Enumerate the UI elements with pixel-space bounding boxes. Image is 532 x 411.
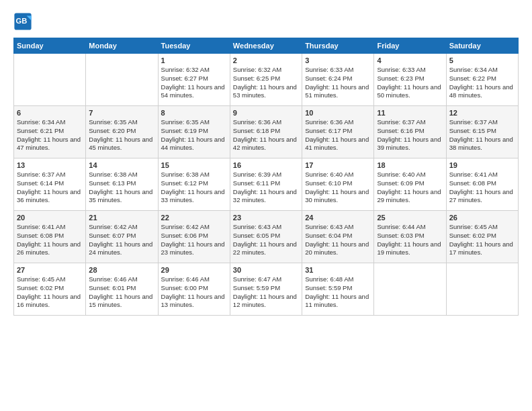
calendar-table: SundayMondayTuesdayWednesdayThursdayFrid… bbox=[13, 38, 519, 316]
calendar-cell: 17Sunrise: 6:40 AMSunset: 6:10 PMDayligh… bbox=[302, 158, 374, 211]
day-number: 18 bbox=[377, 161, 443, 169]
sunset-text: Sunset: 6:04 PM bbox=[305, 232, 352, 239]
calendar-cell: 28Sunrise: 6:46 AMSunset: 6:01 PMDayligh… bbox=[86, 263, 158, 316]
week-row-2: 6Sunrise: 6:34 AMSunset: 6:21 PMDaylight… bbox=[14, 106, 519, 158]
day-number: 4 bbox=[377, 56, 443, 64]
sunrise-text: Sunrise: 6:44 AM bbox=[377, 223, 425, 230]
calendar-cell: 19Sunrise: 6:41 AMSunset: 6:08 PMDayligh… bbox=[446, 158, 518, 211]
calendar-cell: 15Sunrise: 6:38 AMSunset: 6:12 PMDayligh… bbox=[158, 158, 230, 211]
day-number: 31 bbox=[305, 266, 371, 274]
weekday-header-thursday: Thursday bbox=[302, 38, 374, 54]
sunrise-text: Sunrise: 6:43 AM bbox=[233, 223, 281, 230]
sunset-text: Sunset: 5:59 PM bbox=[305, 284, 352, 291]
sunrise-text: Sunrise: 6:42 AM bbox=[161, 223, 210, 230]
calendar-cell bbox=[86, 54, 158, 106]
sunset-text: Sunset: 6:16 PM bbox=[377, 127, 424, 134]
day-info: Sunrise: 6:44 AMSunset: 6:03 PMDaylight:… bbox=[377, 223, 443, 257]
sunrise-text: Sunrise: 6:38 AM bbox=[89, 171, 137, 178]
day-info: Sunrise: 6:39 AMSunset: 6:11 PMDaylight:… bbox=[233, 171, 299, 205]
day-info: Sunrise: 6:41 AMSunset: 6:08 PMDaylight:… bbox=[17, 223, 83, 257]
daylight-text: Daylight: 11 hours and 13 minutes. bbox=[161, 293, 225, 309]
day-number: 24 bbox=[305, 214, 371, 222]
sunset-text: Sunset: 6:02 PM bbox=[449, 232, 496, 239]
header: GB bbox=[13, 12, 519, 31]
sunrise-text: Sunrise: 6:32 AM bbox=[233, 66, 281, 73]
day-info: Sunrise: 6:32 AMSunset: 6:27 PMDaylight:… bbox=[161, 66, 227, 100]
day-info: Sunrise: 6:48 AMSunset: 5:59 PMDaylight:… bbox=[305, 275, 371, 310]
daylight-text: Daylight: 11 hours and 23 minutes. bbox=[161, 240, 225, 257]
calendar-cell: 25Sunrise: 6:44 AMSunset: 6:03 PMDayligh… bbox=[374, 211, 446, 263]
sunrise-text: Sunrise: 6:33 AM bbox=[305, 66, 353, 73]
day-info: Sunrise: 6:37 AMSunset: 6:14 PMDaylight:… bbox=[17, 171, 83, 205]
sunset-text: Sunset: 6:19 PM bbox=[161, 127, 208, 134]
sunrise-text: Sunrise: 6:37 AM bbox=[449, 118, 498, 126]
sunrise-text: Sunrise: 6:46 AM bbox=[161, 275, 210, 283]
weekday-header-saturday: Saturday bbox=[446, 38, 518, 54]
sunset-text: Sunset: 6:07 PM bbox=[89, 232, 136, 239]
sunrise-text: Sunrise: 6:40 AM bbox=[377, 171, 425, 178]
calendar-cell: 16Sunrise: 6:39 AMSunset: 6:11 PMDayligh… bbox=[230, 158, 302, 211]
calendar-cell bbox=[14, 54, 86, 106]
daylight-text: Daylight: 11 hours and 51 minutes. bbox=[305, 83, 369, 99]
calendar-cell: 1Sunrise: 6:32 AMSunset: 6:27 PMDaylight… bbox=[158, 54, 230, 106]
calendar-cell: 18Sunrise: 6:40 AMSunset: 6:09 PMDayligh… bbox=[374, 158, 446, 211]
daylight-text: Daylight: 11 hours and 24 minutes. bbox=[89, 240, 152, 257]
calendar-cell: 6Sunrise: 6:34 AMSunset: 6:21 PMDaylight… bbox=[14, 106, 86, 158]
logo-icon: GB bbox=[13, 12, 32, 31]
calendar-cell: 7Sunrise: 6:35 AMSunset: 6:20 PMDaylight… bbox=[86, 106, 158, 158]
sunrise-text: Sunrise: 6:45 AM bbox=[17, 275, 65, 283]
sunset-text: Sunset: 6:08 PM bbox=[17, 232, 64, 239]
day-info: Sunrise: 6:36 AMSunset: 6:17 PMDaylight:… bbox=[305, 118, 371, 152]
sunrise-text: Sunrise: 6:34 AM bbox=[449, 66, 498, 73]
calendar-page: GB SundayMondayTuesdayWednesdayThursdayF… bbox=[0, 0, 532, 411]
daylight-text: Daylight: 11 hours and 38 minutes. bbox=[449, 136, 513, 152]
sunset-text: Sunset: 6:21 PM bbox=[17, 127, 64, 134]
sunrise-text: Sunrise: 6:43 AM bbox=[305, 223, 353, 230]
day-number: 2 bbox=[233, 56, 299, 64]
day-info: Sunrise: 6:38 AMSunset: 6:13 PMDaylight:… bbox=[89, 171, 154, 205]
day-info: Sunrise: 6:42 AMSunset: 6:06 PMDaylight:… bbox=[161, 223, 227, 257]
day-number: 23 bbox=[233, 214, 299, 222]
daylight-text: Daylight: 11 hours and 50 minutes. bbox=[377, 83, 441, 99]
sunrise-text: Sunrise: 6:33 AM bbox=[377, 66, 425, 73]
day-info: Sunrise: 6:45 AMSunset: 6:02 PMDaylight:… bbox=[17, 275, 83, 310]
day-number: 27 bbox=[17, 266, 83, 274]
day-number: 17 bbox=[305, 161, 371, 169]
day-info: Sunrise: 6:37 AMSunset: 6:15 PMDaylight:… bbox=[449, 118, 515, 152]
sunset-text: Sunset: 6:27 PM bbox=[161, 75, 208, 82]
day-info: Sunrise: 6:34 AMSunset: 6:22 PMDaylight:… bbox=[449, 66, 515, 100]
day-number: 1 bbox=[161, 56, 227, 64]
sunset-text: Sunset: 6:14 PM bbox=[17, 179, 64, 187]
sunset-text: Sunset: 6:18 PM bbox=[233, 127, 280, 134]
weekday-header-row: SundayMondayTuesdayWednesdayThursdayFrid… bbox=[14, 38, 519, 54]
week-row-4: 20Sunrise: 6:41 AMSunset: 6:08 PMDayligh… bbox=[14, 211, 519, 263]
day-number: 9 bbox=[233, 109, 299, 117]
day-info: Sunrise: 6:37 AMSunset: 6:16 PMDaylight:… bbox=[377, 118, 443, 152]
daylight-text: Daylight: 11 hours and 27 minutes. bbox=[449, 188, 513, 204]
calendar-cell: 2Sunrise: 6:32 AMSunset: 6:25 PMDaylight… bbox=[230, 54, 302, 106]
sunrise-text: Sunrise: 6:37 AM bbox=[17, 171, 65, 178]
day-info: Sunrise: 6:43 AMSunset: 6:05 PMDaylight:… bbox=[233, 223, 299, 257]
daylight-text: Daylight: 11 hours and 47 minutes. bbox=[17, 136, 81, 152]
calendar-cell: 21Sunrise: 6:42 AMSunset: 6:07 PMDayligh… bbox=[86, 211, 158, 263]
day-number: 12 bbox=[449, 109, 515, 117]
daylight-text: Daylight: 11 hours and 41 minutes. bbox=[305, 136, 369, 152]
sunrise-text: Sunrise: 6:47 AM bbox=[233, 275, 281, 283]
weekday-header-tuesday: Tuesday bbox=[158, 38, 230, 54]
daylight-text: Daylight: 11 hours and 26 minutes. bbox=[17, 240, 81, 257]
daylight-text: Daylight: 11 hours and 39 minutes. bbox=[377, 136, 441, 152]
sunrise-text: Sunrise: 6:35 AM bbox=[89, 118, 137, 126]
sunset-text: Sunset: 6:24 PM bbox=[305, 75, 352, 82]
day-number: 28 bbox=[89, 266, 154, 274]
daylight-text: Daylight: 11 hours and 42 minutes. bbox=[233, 136, 297, 152]
sunrise-text: Sunrise: 6:36 AM bbox=[305, 118, 353, 126]
day-info: Sunrise: 6:34 AMSunset: 6:21 PMDaylight:… bbox=[17, 118, 83, 152]
calendar-cell: 24Sunrise: 6:43 AMSunset: 6:04 PMDayligh… bbox=[302, 211, 374, 263]
calendar-cell bbox=[446, 263, 518, 316]
svg-text:GB: GB bbox=[16, 17, 28, 25]
calendar-cell: 27Sunrise: 6:45 AMSunset: 6:02 PMDayligh… bbox=[14, 263, 86, 316]
daylight-text: Daylight: 11 hours and 15 minutes. bbox=[89, 293, 152, 309]
calendar-cell: 11Sunrise: 6:37 AMSunset: 6:16 PMDayligh… bbox=[374, 106, 446, 158]
calendar-cell: 3Sunrise: 6:33 AMSunset: 6:24 PMDaylight… bbox=[302, 54, 374, 106]
week-row-5: 27Sunrise: 6:45 AMSunset: 6:02 PMDayligh… bbox=[14, 263, 519, 316]
